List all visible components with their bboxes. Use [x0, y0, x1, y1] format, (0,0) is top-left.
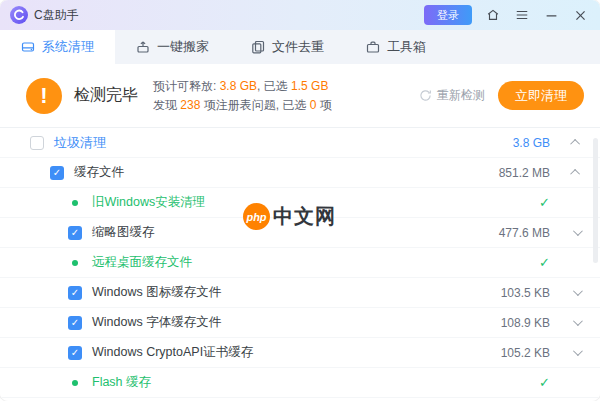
check-icon	[478, 195, 550, 210]
minimize-icon[interactable]	[543, 7, 559, 23]
item-size: 851.2 MB	[478, 166, 550, 180]
home-icon[interactable]	[485, 7, 501, 23]
check-icon	[478, 255, 550, 270]
close-icon[interactable]	[572, 7, 588, 23]
item-size: 105.2 KB	[478, 346, 550, 360]
tabbar: 系统清理 一键搬家 文件去重 工具箱	[0, 30, 600, 64]
titlebar: C盘助手 登录	[0, 0, 600, 30]
tab-one-key-move[interactable]: 一键搬家	[115, 30, 230, 64]
list-item-row[interactable]: 缩略图缓存 477.6 MB	[0, 218, 600, 248]
registry-issue-count: 238	[180, 98, 200, 112]
item-label: 缓存文件	[74, 164, 124, 181]
detection-summary: 检测完毕 预计可释放: 3.8 GB, 已选 1.5 GB 发现 238 项注册…	[0, 64, 600, 128]
login-button[interactable]: 登录	[424, 5, 472, 25]
chevron-down-icon[interactable]	[550, 229, 586, 236]
detection-status: 检测完毕	[74, 85, 138, 106]
app-logo-icon	[10, 6, 28, 24]
disk-icon	[21, 40, 35, 54]
tab-toolbox[interactable]: 工具箱	[345, 30, 447, 64]
group-label: 垃圾清理	[54, 134, 106, 152]
item-label: Windows CryptoAPI证书缓存	[92, 344, 253, 361]
item-size: 477.6 MB	[478, 226, 550, 240]
item-label: 缩略图缓存	[92, 224, 155, 241]
documents-icon	[251, 40, 265, 54]
bullet-dot	[72, 380, 78, 386]
menu-icon[interactable]	[514, 7, 530, 23]
list-item-done[interactable]: 旧Windows安装清理	[0, 188, 600, 218]
check-icon	[478, 375, 550, 390]
list-item-row[interactable]: Windows 字体缓存文件 108.9 KB	[0, 308, 600, 338]
move-icon	[136, 40, 150, 54]
scrollbar-thumb[interactable]	[593, 138, 598, 263]
tab-file-dedupe[interactable]: 文件去重	[230, 30, 345, 64]
cleanup-list: 垃圾清理 3.8 GB 缓存文件 851.2 MB 旧Windows安装清理 缩…	[0, 128, 600, 398]
tab-label: 系统清理	[42, 38, 94, 56]
item-label: Windows 图标缓存文件	[92, 284, 221, 301]
checkbox[interactable]	[68, 316, 82, 330]
bullet-dot	[72, 200, 78, 206]
checkbox[interactable]	[30, 136, 44, 150]
app-window: C盘助手 登录	[0, 0, 600, 401]
clean-now-button[interactable]: 立即清理	[498, 81, 584, 110]
chevron-down-icon[interactable]	[550, 349, 586, 356]
tab-label: 工具箱	[387, 38, 426, 56]
item-label: 远程桌面缓存文件	[92, 254, 192, 271]
checkbox[interactable]	[50, 166, 64, 180]
chevron-down-icon[interactable]	[550, 319, 586, 326]
releasable-size: 3.8 GB	[220, 79, 257, 93]
item-label: 旧Windows安装清理	[92, 194, 205, 211]
tab-system-clean[interactable]: 系统清理	[0, 30, 115, 64]
item-size: 103.5 KB	[478, 286, 550, 300]
list-item-row[interactable]: Windows CryptoAPI证书缓存 105.2 KB	[0, 338, 600, 368]
detection-detail: 预计可释放: 3.8 GB, 已选 1.5 GB 发现 238 项注册表问题, …	[153, 77, 332, 115]
checkbox[interactable]	[68, 286, 82, 300]
recheck-button[interactable]: 重新检测	[419, 87, 485, 104]
toolbox-icon	[366, 40, 380, 54]
group-size: 3.8 GB	[478, 136, 550, 150]
chevron-up-icon[interactable]	[550, 139, 586, 146]
list-group-row[interactable]: 垃圾清理 3.8 GB	[0, 128, 600, 158]
item-size: 108.9 KB	[478, 316, 550, 330]
checkbox[interactable]	[68, 226, 82, 240]
checkbox[interactable]	[68, 346, 82, 360]
list-item-done[interactable]: Flash 缓存	[0, 368, 600, 398]
tab-label: 文件去重	[272, 38, 324, 56]
list-parent-row[interactable]: 缓存文件 851.2 MB	[0, 158, 600, 188]
warning-icon	[26, 78, 62, 114]
selected-size: 1.5 GB	[291, 79, 328, 93]
chevron-down-icon[interactable]	[550, 289, 586, 296]
detail-line-1: 预计可释放: 3.8 GB, 已选 1.5 GB	[153, 77, 332, 96]
bullet-dot	[72, 260, 78, 266]
list-item-done[interactable]: 远程桌面缓存文件	[0, 248, 600, 278]
detail-line-2: 发现 238 项注册表问题, 已选 0 项	[153, 96, 332, 115]
item-label: Windows 字体缓存文件	[92, 314, 221, 331]
app-title: C盘助手	[34, 7, 79, 24]
recheck-label: 重新检测	[437, 87, 485, 104]
list-item-row[interactable]: Windows 图标缓存文件 103.5 KB	[0, 278, 600, 308]
titlebar-controls: 登录	[424, 5, 588, 25]
tab-label: 一键搬家	[157, 38, 209, 56]
refresh-icon	[419, 89, 432, 102]
chevron-up-icon[interactable]	[550, 169, 586, 176]
item-label: Flash 缓存	[92, 374, 151, 391]
